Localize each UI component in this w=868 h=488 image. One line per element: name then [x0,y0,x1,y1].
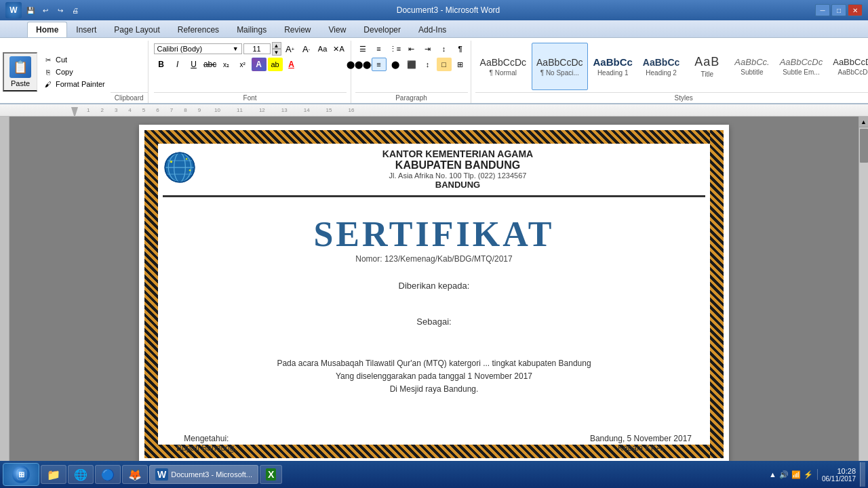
document-page: KANTOR KEMENTERIAN AGAMA KABUPATEN BANDU… [139,125,729,464]
underline-button[interactable]: U [186,58,201,71]
strikethrough-button[interactable]: abc [203,58,218,71]
sort-button[interactable]: ↕ [437,42,452,56]
redo-button[interactable]: ↪ [54,4,66,16]
change-case-button[interactable]: Aa [315,42,330,56]
sig-title: Kepala KKA, [590,443,692,453]
subscript-button[interactable]: x₂ [219,58,234,71]
border-top [144,130,724,144]
word-taskbar-label: Document3 - Microsoft... [171,470,252,479]
cert-event-line3: Di Mesjid raya Bandung. [163,383,705,396]
close-button[interactable]: ✕ [848,4,863,16]
shading-button[interactable]: □ [437,58,452,71]
cert-given-to: Diberikan kepada: [163,281,705,291]
firefox-icon: 🦊 [128,468,142,481]
style-subtle-emphasis[interactable]: AaBbCcDc Subtle Em... [775,43,828,90]
tab-view[interactable]: View [320,22,355,37]
font-shrink-button[interactable]: A- [299,42,314,56]
styles-group: AaBbCcDc ¶ Normal AaBbCcDc ¶ No Spaci...… [473,41,868,103]
save-button[interactable]: 💾 [24,4,37,16]
copy-button[interactable]: ⎘ Copy [40,66,108,78]
network-icon[interactable]: 📶 [791,470,801,479]
style-heading2[interactable]: AaBbCc Heading 2 [638,43,684,90]
excel-icon: X [266,468,276,481]
show-desktop-button[interactable] [860,462,865,487]
document-area: ▲ ▼ [0,117,868,472]
style-subtitle[interactable]: AaBbCc. Subtitle [730,43,774,90]
system-clock[interactable]: 10:28 06/11/2017 [822,467,856,483]
style-normal[interactable]: AaBbCcDc ¶ Normal [475,43,531,90]
increase-indent-button[interactable]: ⇥ [420,42,435,56]
word-taskbar-icon: W [155,468,168,481]
font-size-selector[interactable]: 11 [243,43,271,54]
paste-button[interactable]: 📋 Paste [3,52,37,92]
tab-page-layout[interactable]: Page Layout [105,22,168,37]
scroll-up-button[interactable]: ▲ [859,117,869,127]
sig-right: Bandung, 5 November 2017 Kepala KKA, [590,434,692,453]
font-group-label: Font [154,92,347,103]
format-painter-button[interactable]: 🖌 Format Painter [40,78,108,90]
align-right-button[interactable]: ⬤ [388,58,403,71]
font-grow-button[interactable]: A+ [283,42,298,56]
tab-insert[interactable]: Insert [67,22,105,37]
start-button[interactable]: ⊞ [3,463,39,486]
minimize-button[interactable]: ─ [815,4,830,16]
undo-button[interactable]: ↩ [39,4,52,16]
show-formatting-button[interactable]: ¶ [453,42,468,56]
power-icon[interactable]: ⚡ [804,470,813,479]
tab-mailings[interactable]: Mailings [228,22,275,37]
align-left-button[interactable]: ⬤⬤⬤⬤ [355,58,370,71]
tray-arrow-icon[interactable]: ▲ [769,470,776,479]
align-center-button[interactable]: ≡ [372,58,387,71]
vertical-scrollbar[interactable]: ▲ ▼ [859,117,868,472]
cut-button[interactable]: ✂ Cut [40,54,108,66]
font-name-selector[interactable]: Calibri (Body) ▼ [154,43,242,54]
bold-button[interactable]: B [154,58,169,71]
taskbar-word[interactable]: W Document3 - Microsoft... [149,465,258,484]
org-city: BANDUNG [210,180,705,190]
style-heading1[interactable]: AaBbCc Heading 1 [589,43,637,90]
sig-city-date: Bandung, 5 November 2017 [590,434,692,443]
titlebar: W 💾 ↩ ↪ 🖨 Document3 - Microsoft Word ─ □… [0,0,868,20]
taskbar-unknown1[interactable]: 🔵 [95,465,121,484]
font-color-button[interactable]: A [284,58,299,71]
bullets-button[interactable]: ☰ [355,42,370,56]
tab-review[interactable]: Review [275,22,319,37]
taskbar: ⊞ 📁 🌐 🔵 🦊 W Document3 - Microsoft... X ▲… [0,461,868,488]
numbering-button[interactable]: ≡ [372,42,387,56]
font-size-increase-button[interactable]: ▲ [272,42,281,49]
tab-home[interactable]: Home [27,22,67,37]
cert-number: Nomor: 123/Kemenag/Kab/BDG/MTQ/2017 [163,254,705,264]
italic-button[interactable]: I [170,58,185,71]
maximize-button[interactable]: □ [831,4,846,16]
font-name-dropdown-icon: ▼ [233,45,239,52]
taskbar-firefox[interactable]: 🦊 [122,465,148,484]
styles-group-label: Styles [475,92,868,103]
borders-button[interactable]: ⊞ [453,58,468,71]
paste-label: Paste [11,79,30,87]
taskbar-excel[interactable]: X [260,465,282,484]
taskbar-explorer[interactable]: 📁 [41,465,66,484]
justify-button[interactable]: ⬛ [404,58,419,71]
clipboard-label: Clipboard [111,92,148,103]
print-button[interactable]: 🖨 [69,4,81,16]
style-extra[interactable]: AaBbCcDc AaBbCcDc [828,43,868,90]
certificate-content: KANTOR KEMENTERIAN AGAMA KABUPATEN BANDU… [163,148,705,440]
volume-icon[interactable]: 🔊 [779,470,789,479]
text-effects-button[interactable]: A [252,58,267,71]
clear-format-button[interactable]: ✕A [332,42,347,56]
line-spacing-button[interactable]: ↕ [420,58,435,71]
multilevel-list-button[interactable]: ⋮≡ [388,42,403,56]
style-title[interactable]: AaB Title [685,43,729,90]
font-size-decrease-button[interactable]: ▼ [272,49,281,56]
style-no-spacing[interactable]: AaBbCcDc ¶ No Spaci... [532,43,587,90]
highlight-button[interactable]: ab [268,58,283,71]
tab-references[interactable]: References [169,22,228,37]
tab-addins[interactable]: Add-Ins [410,22,455,37]
tab-developer[interactable]: Developer [355,22,410,37]
decrease-indent-button[interactable]: ⇤ [404,42,419,56]
clipboard-actions: ✂ Cut ⎘ Copy 🖌 Format Painter [37,52,111,92]
left-margin-ruler [0,117,9,472]
superscript-button[interactable]: x² [235,58,250,71]
taskbar-ie[interactable]: 🌐 [68,465,94,484]
scroll-thumb[interactable] [860,129,868,163]
